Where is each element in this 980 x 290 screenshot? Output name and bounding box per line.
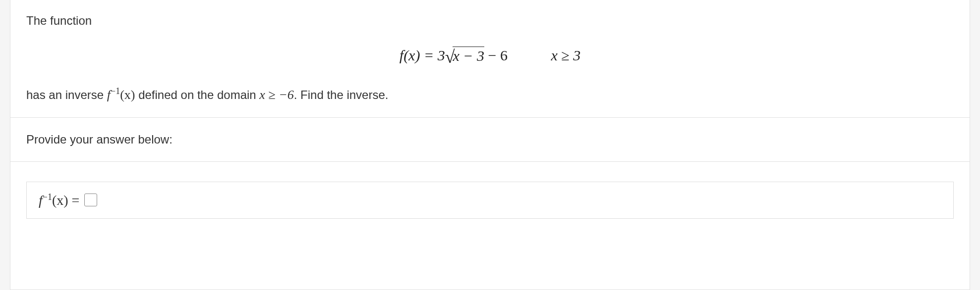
answer-prefix: f−1(x) =	[39, 192, 79, 208]
question-container: The function f(x) = 3√x − 3 − 6 x ≥ 3 ha…	[10, 0, 970, 290]
f-symbol: f	[107, 88, 111, 102]
answer-input-section: f−1(x) =	[10, 162, 970, 243]
inverse-text-mid: defined on the domain	[135, 88, 259, 101]
answer-box[interactable]: f−1(x) =	[26, 182, 954, 219]
equation-lhs: f(x) = 3	[400, 47, 445, 63]
after-sqrt: − 6	[484, 47, 508, 63]
inverse-domain-expr: x ≥ −6	[259, 88, 293, 102]
sqrt-expression: √x − 3	[445, 47, 484, 67]
equation-main: f(x) = 3√x − 3 − 6	[400, 47, 508, 67]
inverse-arg: (x)	[120, 88, 135, 102]
inverse-domain: x ≥ −6	[259, 88, 293, 102]
intro-text: The function	[26, 14, 954, 28]
inverse-notation: f−1(x)	[107, 88, 135, 102]
sqrt-content: x − 3	[453, 47, 484, 64]
answer-prompt: Provide your answer below:	[26, 133, 954, 146]
answer-superscript: −1	[43, 192, 52, 202]
equation-row: f(x) = 3√x − 3 − 6 x ≥ 3	[26, 47, 954, 67]
answer-input[interactable]	[84, 193, 97, 206]
answer-equals: =	[68, 193, 80, 208]
inverse-description: has an inverse f−1(x) defined on the dom…	[26, 86, 954, 102]
equation-domain: x ≥ 3	[551, 47, 580, 64]
inverse-text-prefix: has an inverse	[26, 88, 107, 101]
inverse-text-suffix: . Find the inverse.	[294, 88, 389, 101]
answer-f: f	[39, 193, 43, 208]
answer-prompt-section: Provide your answer below:	[10, 118, 970, 162]
inverse-superscript: −1	[111, 86, 120, 96]
answer-arg: (x)	[52, 193, 68, 208]
question-section: The function f(x) = 3√x − 3 − 6 x ≥ 3 ha…	[10, 0, 970, 118]
